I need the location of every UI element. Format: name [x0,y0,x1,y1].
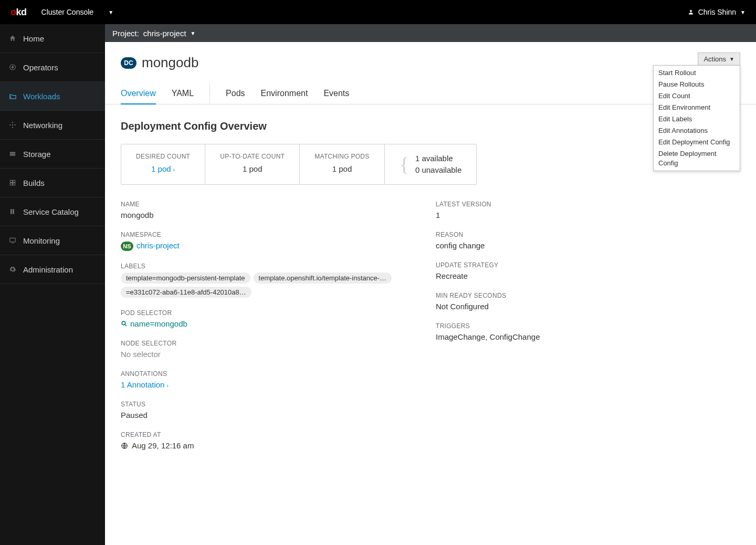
project-label: Project: [112,29,139,38]
sidebar-item-workloads[interactable]: Workloads [0,82,105,111]
page-title: DC mongodb [121,55,740,71]
sidebar-item-label: Builds [23,179,45,187]
actions-button[interactable]: Actions ▼ [698,53,740,66]
tab-pods[interactable]: Pods [226,83,245,104]
user-menu[interactable]: Chris Shinn ▼ [688,8,746,16]
action-edit-labels[interactable]: Edit Labels [654,113,740,125]
svg-rect-13 [10,209,12,214]
svg-point-5 [12,122,13,123]
tab-overview[interactable]: Overview [121,83,156,104]
svg-rect-12 [13,183,15,185]
sidebar-item-administration[interactable]: Administration [0,255,105,284]
stat-available: 1 available [415,153,461,164]
topbar: okd Cluster Console ▼ Chris Shinn ▼ [0,0,756,24]
sidebar-item-service-catalog[interactable]: Service Catalog [0,197,105,226]
field-label-created: Created At [121,431,394,438]
tab-divider [209,83,210,104]
logo[interactable]: okd [10,7,27,18]
annotations-link[interactable]: 1 Annotation › [121,380,394,389]
field-label-pod-selector: Pod Selector [121,309,394,317]
sidebar-item-label: Networking [23,121,62,130]
field-value-latest: 1 [436,211,646,219]
svg-rect-10 [13,180,15,182]
label-chip[interactable]: template=mongodb-persistent-template [121,272,250,284]
field-value-status: Paused [121,411,394,420]
action-start-rollout[interactable]: Start Rollout [654,66,740,79]
actions-label: Actions [704,55,726,63]
gear-icon [8,266,17,273]
search-icon [121,320,128,327]
action-edit-environment[interactable]: Edit Environment [654,102,740,113]
field-value-triggers: ImageChange, ConfigChange [436,332,646,341]
field-label-latest: Latest Version [436,201,646,208]
field-label-reason: Reason [436,231,646,238]
console-selector[interactable]: Cluster Console ▼ [41,8,114,16]
monitor-icon [8,237,17,244]
brace-icon: { [400,153,409,176]
tab-environment[interactable]: Environment [261,83,308,104]
tab-events[interactable]: Events [323,83,349,104]
action-delete-deployment-config[interactable]: Delete Deployment Config [654,148,740,171]
sidebar-item-home[interactable]: Home [0,24,105,53]
sidebar-item-monitoring[interactable]: Monitoring [0,226,105,255]
stat-label: DESIRED COUNT [136,153,190,160]
stat-unavailable: 0 unavailable [415,164,461,176]
action-edit-count[interactable]: Edit Count [654,90,740,102]
stat-desired-link[interactable]: 1 pod › [136,164,190,173]
chevron-right-icon: › [173,167,175,173]
field-label-annotations: Annotations [121,370,394,378]
stat-boxes: DESIRED COUNT 1 pod › UP-TO-DATE COUNT 1… [121,144,477,185]
field-label-strategy: Update Strategy [436,261,646,269]
project-value: chris-project [143,29,186,38]
sidebar: Home Operators Workloads Networking Stor… [0,24,105,545]
sidebar-item-builds[interactable]: Builds [0,169,105,197]
svg-point-2 [12,124,13,125]
user-name: Chris Shinn [698,8,736,16]
label-chip[interactable]: template.openshift.io/template-instance-… [254,272,392,284]
tab-yaml[interactable]: YAML [172,83,194,104]
field-value-strategy: Recreate [436,271,646,280]
label-chips: template=mongodb-persistent-template tem… [121,272,394,298]
resource-badge: DC [121,57,136,69]
chevron-down-icon: ▼ [729,56,734,62]
section-title: Deployment Config Overview [121,120,740,132]
namespace-badge: NS [121,242,133,251]
action-edit-annotations[interactable]: Edit Annotations [654,125,740,137]
content-header: DC mongodb Actions ▼ Start Rollout Pause… [105,42,756,71]
svg-point-6 [12,127,13,128]
field-label-name: Name [121,201,394,208]
stat-desired: DESIRED COUNT 1 pod › [121,144,205,184]
field-value-node-selector: No selector [121,350,394,359]
svg-rect-11 [10,183,12,185]
console-label: Cluster Console [41,8,94,16]
field-value-name: mongodb [121,211,394,219]
globe-icon [121,442,128,449]
network-icon [8,121,17,129]
svg-point-0 [690,10,692,12]
builds-icon [8,179,17,186]
svg-point-16 [122,321,125,325]
namespace-link[interactable]: chris-project [136,241,180,250]
sidebar-item-storage[interactable]: Storage [0,140,105,169]
action-edit-deployment-config[interactable]: Edit Deployment Config [654,137,740,148]
stat-availability: { 1 available 0 unavailable [385,144,477,184]
label-chip[interactable]: =e331c072-aba6-11e8-afd5-42010a8… [121,287,251,298]
svg-point-4 [15,124,16,125]
stat-uptodate: UP-TO-DATE COUNT 1 pod [205,144,300,184]
sidebar-item-label: Home [23,34,44,43]
pod-selector-link[interactable]: name=mongodb [121,319,394,328]
actions-menu: Start Rollout Pause Rollouts Edit Count … [653,65,740,171]
field-value-namespace: NSchris-project [121,241,394,251]
user-icon [688,9,694,15]
project-selector[interactable]: Project: chris-project ▼ [105,24,756,42]
action-pause-rollouts[interactable]: Pause Rollouts [654,79,740,90]
sidebar-item-operators[interactable]: Operators [0,53,105,82]
folder-open-icon [8,92,17,100]
chevron-down-icon: ▼ [191,30,196,36]
field-label-status: Status [121,401,394,408]
sidebar-item-label: Storage [23,150,51,159]
stat-label: UP-TO-DATE COUNT [220,153,285,160]
sidebar-item-networking[interactable]: Networking [0,111,105,140]
sidebar-item-label: Monitoring [23,236,60,245]
sidebar-item-label: Service Catalog [23,207,79,216]
